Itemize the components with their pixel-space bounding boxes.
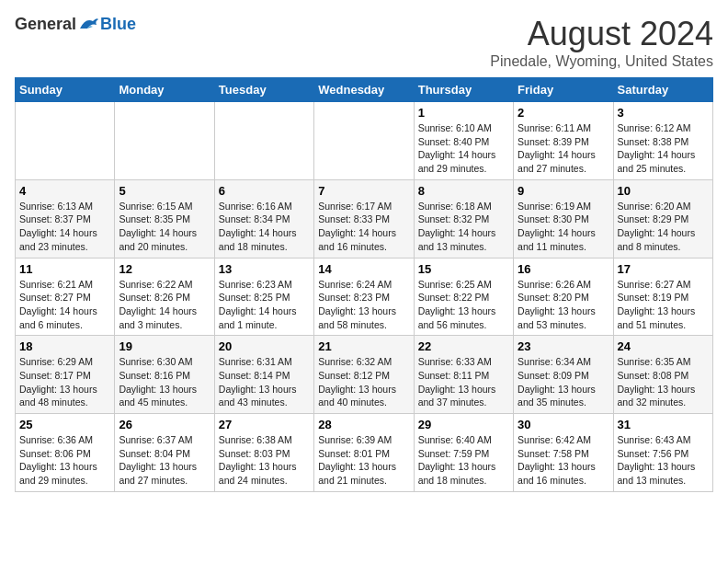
weekday-header-tuesday: Tuesday xyxy=(214,78,313,102)
day-number: 11 xyxy=(19,262,110,276)
title-block: August 2024 Pinedale, Wyoming, United St… xyxy=(490,15,713,70)
calendar-title: August 2024 xyxy=(490,15,713,53)
day-number: 26 xyxy=(119,418,210,431)
calendar-cell: 31Sunrise: 6:43 AM Sunset: 7:56 PM Dayli… xyxy=(613,414,712,492)
day-info: Sunrise: 6:22 AM Sunset: 8:26 PM Dayligh… xyxy=(119,278,210,332)
day-number: 31 xyxy=(618,418,709,431)
calendar-cell: 8Sunrise: 6:18 AM Sunset: 8:32 PM Daylig… xyxy=(414,179,513,258)
logo-general: General xyxy=(15,15,76,34)
day-number: 20 xyxy=(219,339,310,353)
day-number: 6 xyxy=(219,184,310,198)
calendar-subtitle: Pinedale, Wyoming, United States xyxy=(490,53,713,70)
day-info: Sunrise: 6:20 AM Sunset: 8:29 PM Dayligh… xyxy=(618,200,709,254)
day-number: 17 xyxy=(618,262,709,276)
calendar-week-2: 4Sunrise: 6:13 AM Sunset: 8:37 PM Daylig… xyxy=(16,179,713,258)
day-info: Sunrise: 6:23 AM Sunset: 8:25 PM Dayligh… xyxy=(219,278,310,332)
day-number: 24 xyxy=(618,339,709,353)
calendar-cell: 4Sunrise: 6:13 AM Sunset: 8:37 PM Daylig… xyxy=(16,179,115,258)
day-info: Sunrise: 6:15 AM Sunset: 8:35 PM Dayligh… xyxy=(119,200,210,254)
calendar-cell: 18Sunrise: 6:29 AM Sunset: 8:17 PM Dayli… xyxy=(16,336,115,414)
day-info: Sunrise: 6:24 AM Sunset: 8:23 PM Dayligh… xyxy=(318,278,409,332)
day-number: 28 xyxy=(318,418,409,431)
calendar-cell: 30Sunrise: 6:42 AM Sunset: 7:58 PM Dayli… xyxy=(514,414,613,492)
calendar-cell xyxy=(214,102,313,180)
calendar-week-4: 18Sunrise: 6:29 AM Sunset: 8:17 PM Dayli… xyxy=(16,336,713,414)
day-number: 5 xyxy=(119,184,210,198)
day-number: 14 xyxy=(318,262,409,276)
day-info: Sunrise: 6:29 AM Sunset: 8:17 PM Dayligh… xyxy=(19,355,110,409)
calendar-week-1: 1Sunrise: 6:10 AM Sunset: 8:40 PM Daylig… xyxy=(16,102,713,180)
calendar-cell: 20Sunrise: 6:31 AM Sunset: 8:14 PM Dayli… xyxy=(214,336,313,414)
calendar-table: SundayMondayTuesdayWednesdayThursdayFrid… xyxy=(15,77,713,492)
day-number: 25 xyxy=(19,418,110,431)
day-info: Sunrise: 6:32 AM Sunset: 8:12 PM Dayligh… xyxy=(318,355,409,409)
day-info: Sunrise: 6:19 AM Sunset: 8:30 PM Dayligh… xyxy=(518,200,609,254)
calendar-cell: 24Sunrise: 6:35 AM Sunset: 8:08 PM Dayli… xyxy=(613,336,712,414)
day-info: Sunrise: 6:11 AM Sunset: 8:39 PM Dayligh… xyxy=(518,121,609,176)
calendar-cell: 28Sunrise: 6:39 AM Sunset: 8:01 PM Dayli… xyxy=(314,414,414,492)
logo: General Blue xyxy=(15,15,136,34)
day-number: 10 xyxy=(618,184,709,198)
calendar-cell: 3Sunrise: 6:12 AM Sunset: 8:38 PM Daylig… xyxy=(613,102,712,180)
calendar-cell: 12Sunrise: 6:22 AM Sunset: 8:26 PM Dayli… xyxy=(115,258,214,336)
day-info: Sunrise: 6:10 AM Sunset: 8:40 PM Dayligh… xyxy=(418,121,509,176)
day-info: Sunrise: 6:16 AM Sunset: 8:34 PM Dayligh… xyxy=(219,200,310,254)
day-info: Sunrise: 6:25 AM Sunset: 8:22 PM Dayligh… xyxy=(418,278,509,332)
day-number: 23 xyxy=(518,339,609,353)
day-info: Sunrise: 6:12 AM Sunset: 8:38 PM Dayligh… xyxy=(618,121,709,176)
day-info: Sunrise: 6:17 AM Sunset: 8:33 PM Dayligh… xyxy=(318,200,409,254)
calendar-cell xyxy=(314,102,414,180)
day-info: Sunrise: 6:26 AM Sunset: 8:20 PM Dayligh… xyxy=(518,278,609,332)
logo-bird-icon xyxy=(78,16,100,34)
day-number: 1 xyxy=(418,106,509,120)
weekday-header-row: SundayMondayTuesdayWednesdayThursdayFrid… xyxy=(16,78,713,102)
day-info: Sunrise: 6:39 AM Sunset: 8:01 PM Dayligh… xyxy=(318,433,409,488)
calendar-cell: 15Sunrise: 6:25 AM Sunset: 8:22 PM Dayli… xyxy=(414,258,513,336)
day-number: 13 xyxy=(219,262,310,276)
day-info: Sunrise: 6:42 AM Sunset: 7:58 PM Dayligh… xyxy=(518,433,609,488)
day-number: 8 xyxy=(418,184,509,198)
day-number: 22 xyxy=(418,339,509,353)
day-info: Sunrise: 6:21 AM Sunset: 8:27 PM Dayligh… xyxy=(19,278,110,332)
day-info: Sunrise: 6:35 AM Sunset: 8:08 PM Dayligh… xyxy=(618,355,709,409)
calendar-cell: 27Sunrise: 6:38 AM Sunset: 8:03 PM Dayli… xyxy=(214,414,313,492)
weekday-header-thursday: Thursday xyxy=(414,78,513,102)
calendar-cell: 23Sunrise: 6:34 AM Sunset: 8:09 PM Dayli… xyxy=(514,336,613,414)
day-number: 18 xyxy=(19,339,110,353)
calendar-cell: 21Sunrise: 6:32 AM Sunset: 8:12 PM Dayli… xyxy=(314,336,414,414)
calendar-cell: 19Sunrise: 6:30 AM Sunset: 8:16 PM Dayli… xyxy=(115,336,214,414)
day-info: Sunrise: 6:18 AM Sunset: 8:32 PM Dayligh… xyxy=(418,200,509,254)
day-number: 30 xyxy=(518,418,609,431)
calendar-cell xyxy=(16,102,115,180)
weekday-header-friday: Friday xyxy=(514,78,613,102)
day-number: 7 xyxy=(318,184,409,198)
calendar-week-5: 25Sunrise: 6:36 AM Sunset: 8:06 PM Dayli… xyxy=(16,414,713,492)
weekday-header-monday: Monday xyxy=(115,78,214,102)
calendar-cell: 11Sunrise: 6:21 AM Sunset: 8:27 PM Dayli… xyxy=(16,258,115,336)
day-number: 2 xyxy=(518,106,609,120)
day-number: 12 xyxy=(119,262,210,276)
calendar-cell: 22Sunrise: 6:33 AM Sunset: 8:11 PM Dayli… xyxy=(414,336,513,414)
day-number: 9 xyxy=(518,184,609,198)
calendar-cell: 26Sunrise: 6:37 AM Sunset: 8:04 PM Dayli… xyxy=(115,414,214,492)
calendar-cell: 6Sunrise: 6:16 AM Sunset: 8:34 PM Daylig… xyxy=(214,179,313,258)
calendar-cell: 2Sunrise: 6:11 AM Sunset: 8:39 PM Daylig… xyxy=(514,102,613,180)
day-info: Sunrise: 6:31 AM Sunset: 8:14 PM Dayligh… xyxy=(219,355,310,409)
calendar-cell: 5Sunrise: 6:15 AM Sunset: 8:35 PM Daylig… xyxy=(115,179,214,258)
day-number: 3 xyxy=(618,106,709,120)
calendar-cell: 9Sunrise: 6:19 AM Sunset: 8:30 PM Daylig… xyxy=(514,179,613,258)
day-number: 4 xyxy=(19,184,110,198)
calendar-cell: 7Sunrise: 6:17 AM Sunset: 8:33 PM Daylig… xyxy=(314,179,414,258)
calendar-cell: 25Sunrise: 6:36 AM Sunset: 8:06 PM Dayli… xyxy=(16,414,115,492)
calendar-cell xyxy=(115,102,214,180)
day-info: Sunrise: 6:38 AM Sunset: 8:03 PM Dayligh… xyxy=(219,433,310,488)
day-info: Sunrise: 6:13 AM Sunset: 8:37 PM Dayligh… xyxy=(19,200,110,254)
page-header: General Blue August 2024 Pinedale, Wyomi… xyxy=(15,15,713,70)
day-info: Sunrise: 6:40 AM Sunset: 7:59 PM Dayligh… xyxy=(418,433,509,488)
day-info: Sunrise: 6:36 AM Sunset: 8:06 PM Dayligh… xyxy=(19,433,110,488)
weekday-header-saturday: Saturday xyxy=(613,78,712,102)
weekday-header-sunday: Sunday xyxy=(16,78,115,102)
logo-blue: Blue xyxy=(100,15,136,34)
calendar-cell: 14Sunrise: 6:24 AM Sunset: 8:23 PM Dayli… xyxy=(314,258,414,336)
day-info: Sunrise: 6:33 AM Sunset: 8:11 PM Dayligh… xyxy=(418,355,509,409)
